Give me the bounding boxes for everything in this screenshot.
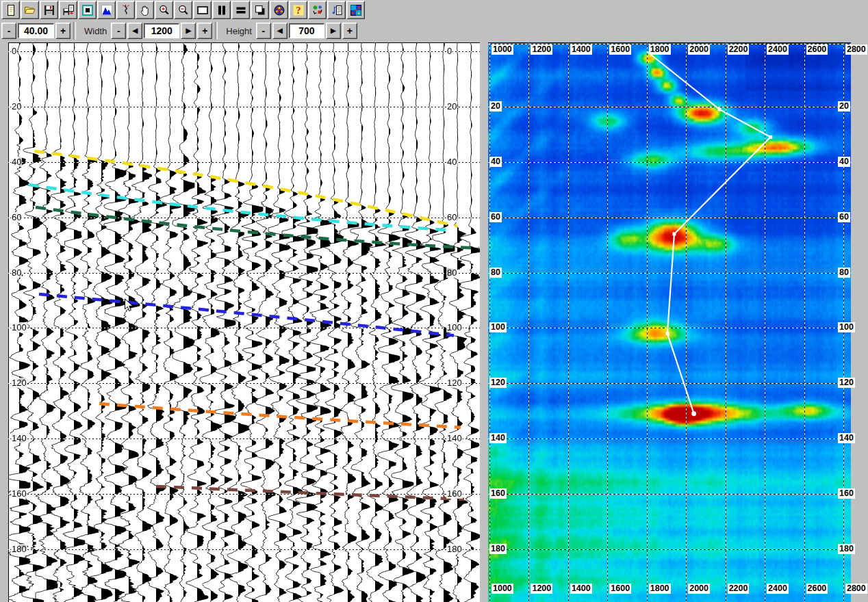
- height-label: Height: [220, 26, 255, 36]
- color-wheel-icon: [273, 4, 285, 16]
- semb-time-label-left: 140: [489, 433, 507, 443]
- separator: [215, 22, 218, 40]
- toolbar-pan-hand-button[interactable]: [136, 1, 154, 19]
- semblance-heatmap-canvas[interactable]: [488, 43, 851, 602]
- height-decrease-button[interactable]: -: [256, 23, 271, 39]
- control-bar: - 40.00 + Width - ◀ 1200 ▶ + Height - ◀ …: [1, 21, 357, 40]
- semb-velocity-label-top: 1600: [609, 44, 631, 55]
- width-left-arrow-button[interactable]: ◀: [127, 23, 142, 39]
- semb-time-label-left: 20: [489, 101, 502, 112]
- gain-value[interactable]: 40.00: [18, 23, 54, 38]
- gain-control: - 40.00 +: [1, 23, 71, 39]
- toolbar-layers-button[interactable]: [251, 1, 269, 19]
- toolbar-pause-button[interactable]: [212, 1, 231, 19]
- toolbar-zoom-in-button[interactable]: [155, 1, 173, 19]
- semb-time-label-right: 80: [838, 267, 850, 278]
- semb-velocity-label-top: 2200: [728, 44, 750, 55]
- toolbar-report-notes-button[interactable]: [327, 1, 346, 19]
- semb-velocity-label-bottom: 2800: [845, 584, 867, 594]
- seis-time-label-right: 180: [446, 544, 463, 554]
- toolbar-open-button[interactable]: [21, 1, 39, 19]
- width-increase-button[interactable]: +: [197, 23, 212, 39]
- toolbar-horizontal-bars-button[interactable]: [231, 1, 250, 19]
- stop-frame-icon: [81, 4, 94, 16]
- semblance-panel[interactable]: 1000100012001200140014001600160018001800…: [488, 42, 851, 602]
- colormap-icon: [350, 4, 362, 16]
- seis-time-label-left: 100: [11, 322, 27, 332]
- width-label: Width: [79, 26, 110, 36]
- zoom-in-icon: [158, 4, 170, 16]
- toolbar-stop-frame-button[interactable]: [78, 1, 97, 19]
- width-control: Width - ◀ 1200 ▶ +: [79, 23, 212, 39]
- new-file-icon: [5, 4, 17, 16]
- seis-time-label-right: 60: [446, 212, 457, 222]
- width-right-arrow-button[interactable]: ▶: [181, 23, 196, 39]
- semb-velocity-label-top: 2000: [688, 44, 710, 55]
- seismic-wiggle-canvas[interactable]: [8, 43, 480, 602]
- semb-velocity-label-top: 1000: [492, 44, 513, 55]
- toolbar-rect-select-button[interactable]: [193, 1, 212, 19]
- toolbar-color-wheel-button[interactable]: [270, 1, 288, 19]
- seis-time-label-left: 140: [11, 433, 27, 443]
- help-icon: ?: [292, 4, 305, 16]
- toolbar-new-file-button[interactable]: [1, 1, 20, 19]
- open-icon: [24, 4, 36, 16]
- seis-time-label-left: 60: [11, 212, 22, 222]
- seis-time-label-left: 80: [11, 267, 22, 278]
- save-as-icon: [62, 4, 75, 16]
- seis-time-label-left: 20: [11, 101, 22, 112]
- semb-velocity-label-bottom: 2400: [767, 584, 789, 594]
- seis-time-label-left: 180: [11, 544, 27, 554]
- seis-time-label-left: 120: [11, 378, 27, 388]
- width-value[interactable]: 1200: [144, 23, 179, 38]
- seis-time-label-left: 0: [11, 46, 17, 56]
- semb-velocity-label-top: 1200: [531, 44, 552, 55]
- seis-time-label-left: 40: [11, 157, 22, 167]
- semb-time-label-left: 180: [489, 544, 507, 554]
- seis-time-label-right: 100: [446, 322, 463, 332]
- toolbar: ?: [1, 1, 365, 19]
- layers-icon: [254, 4, 266, 16]
- save-icon: [43, 4, 55, 16]
- semb-time-label-right: 20: [838, 101, 850, 112]
- semb-velocity-label-bottom: 1400: [570, 584, 592, 594]
- seis-time-label-right: 20: [446, 101, 457, 112]
- peak-display-icon: [101, 4, 113, 16]
- semb-time-label-right: 120: [838, 378, 855, 388]
- horizontal-bars-icon: [235, 4, 247, 16]
- pan-hand-icon: [139, 4, 151, 16]
- semb-velocity-label-top: 1800: [649, 44, 671, 55]
- semb-time-label-right: 40: [838, 157, 850, 167]
- seis-time-label-left: 160: [11, 488, 27, 499]
- toolbar-save-as-button[interactable]: [59, 1, 77, 19]
- semb-velocity-label-bottom: 1600: [609, 584, 631, 594]
- width-decrease-button[interactable]: -: [111, 23, 126, 39]
- toolbar-recolor-arrows-button[interactable]: [308, 1, 327, 19]
- height-increase-button[interactable]: +: [342, 23, 357, 39]
- height-right-arrow-button[interactable]: ▶: [326, 23, 341, 39]
- semb-velocity-label-top: 2400: [767, 44, 789, 55]
- toolbar-peak-display-button[interactable]: [97, 1, 116, 19]
- semb-velocity-label-top: 1400: [570, 44, 592, 55]
- seismic-panel[interactable]: 0020204040606080801001001201201401401601…: [8, 42, 480, 602]
- app-window: ? - 40.00 + Width - ◀ 1200 ▶ + Height - …: [0, 0, 868, 602]
- toolbar-wiggle-trace-button[interactable]: [116, 1, 135, 19]
- seis-time-label-right: 160: [446, 488, 463, 499]
- svg-text:?: ?: [296, 5, 301, 15]
- toolbar-save-button[interactable]: [40, 1, 58, 19]
- height-left-arrow-button[interactable]: ◀: [272, 23, 288, 39]
- semb-time-label-right: 60: [838, 212, 850, 222]
- seis-time-label-right: 140: [446, 433, 463, 443]
- toolbar-colormap-button[interactable]: [346, 1, 365, 19]
- semb-velocity-label-bottom: 1800: [649, 584, 671, 594]
- seis-time-label-right: 0: [446, 46, 452, 56]
- semb-velocity-label-top: 2800: [845, 44, 867, 55]
- semb-velocity-label-bottom: 1200: [531, 584, 552, 594]
- wiggle-trace-icon: [120, 4, 132, 16]
- height-value[interactable]: 700: [289, 23, 324, 38]
- gain-decrease-button[interactable]: -: [1, 23, 16, 39]
- toolbar-help-button[interactable]: ?: [289, 1, 307, 19]
- gain-increase-button[interactable]: +: [55, 23, 71, 39]
- toolbar-zoom-out-button[interactable]: [174, 1, 192, 19]
- semb-time-label-right: 160: [838, 488, 855, 499]
